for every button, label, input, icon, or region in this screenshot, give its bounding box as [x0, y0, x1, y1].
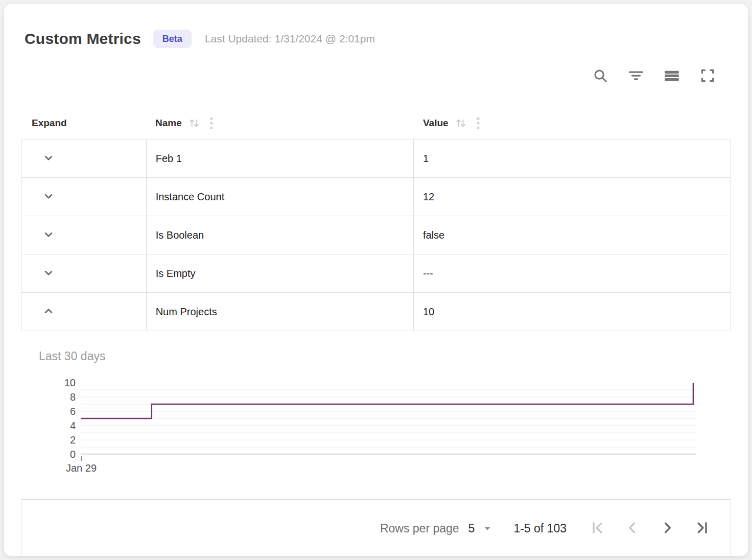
column-menu-icon[interactable]	[207, 116, 216, 130]
y-tick-label: 10	[45, 377, 76, 389]
expand-cell	[22, 293, 147, 331]
fullscreen-icon	[700, 68, 715, 83]
detail-panel: Last 30 days 0246810 Jan 29	[21, 331, 731, 499]
expand-toggle-button[interactable]	[37, 224, 60, 246]
expand-toggle-button[interactable]	[37, 185, 60, 208]
previous-page-button[interactable]	[624, 520, 641, 537]
rows-per-page-value: 5	[468, 522, 475, 535]
chevron-down-icon	[42, 228, 55, 243]
sort-icon[interactable]	[455, 117, 467, 129]
pagination-range: 1-5 of 103	[513, 522, 567, 535]
column-menu-icon[interactable]	[474, 116, 482, 130]
chevron-down-icon	[42, 266, 55, 281]
metric-value-cell: ---	[414, 254, 730, 292]
y-tick-label: 0	[45, 448, 76, 460]
sort-icon[interactable]	[188, 117, 200, 129]
column-label: Expand	[32, 118, 67, 129]
beta-badge: Beta	[153, 30, 192, 48]
rows-per-page-label: Rows per page	[380, 522, 459, 535]
chevron-left-icon	[624, 520, 641, 538]
next-page-button[interactable]	[659, 520, 676, 537]
page-title: Custom Metrics	[25, 30, 141, 48]
expand-toggle-button[interactable]	[37, 300, 60, 323]
column-header-value[interactable]: Value	[414, 116, 731, 130]
table-body: Feb 1 1 Instance Count 12	[21, 139, 731, 331]
metric-value-cell: false	[414, 216, 730, 254]
page-header: Custom Metrics Beta Last Updated: 1/31/2…	[25, 27, 731, 51]
table-footer: Rows per page 5 1-5 of 103	[21, 499, 731, 556]
metric-history-chart: 0246810 Jan 29	[21, 383, 731, 485]
fullscreen-button[interactable]	[699, 67, 716, 84]
table-row: Instance Count 12	[22, 178, 730, 216]
last-updated-text: Last Updated: 1/31/2024 @ 2:01pm	[205, 33, 375, 45]
metrics-table: Expand Name Value	[21, 107, 731, 556]
first-page-button[interactable]	[589, 520, 606, 537]
metric-value-cell: 1	[414, 139, 730, 177]
caret-down-icon	[483, 524, 492, 533]
filter-button[interactable]	[627, 67, 645, 84]
chevron-down-icon	[42, 151, 55, 166]
expand-cell	[22, 178, 147, 216]
table-row: Is Boolean false	[22, 216, 730, 254]
first-page-icon	[590, 520, 606, 538]
y-tick-label: 8	[45, 391, 76, 403]
y-tick-label: 2	[45, 434, 76, 446]
metric-name-cell: Feb 1	[147, 139, 414, 177]
column-label: Name	[155, 118, 182, 129]
expand-cell	[22, 254, 147, 292]
chevron-up-icon	[42, 305, 55, 319]
column-header-expand: Expand	[21, 118, 146, 129]
chart-y-axis-labels: 0246810	[21, 383, 78, 454]
metric-value-cell: 10	[414, 293, 730, 331]
column-header-name[interactable]: Name	[146, 116, 414, 130]
rows-per-page-select[interactable]: 5	[468, 522, 492, 535]
density-icon	[664, 68, 679, 83]
search-icon	[593, 68, 608, 83]
filter-icon	[628, 68, 644, 83]
density-button[interactable]	[663, 67, 680, 84]
metric-name-cell: Is Boolean	[147, 216, 414, 254]
expand-toggle-button[interactable]	[37, 262, 60, 285]
chart-title: Last 30 days	[39, 349, 731, 363]
expand-toggle-button[interactable]	[37, 147, 60, 170]
chevron-down-icon	[42, 190, 55, 204]
chart-x-axis-label: Jan 29	[62, 462, 100, 474]
last-page-button[interactable]	[693, 520, 711, 537]
table-row: Feb 1 1	[22, 139, 730, 178]
y-tick-label: 4	[45, 419, 76, 432]
custom-metrics-card: Custom Metrics Beta Last Updated: 1/31/2…	[4, 4, 748, 556]
expand-cell	[22, 139, 147, 177]
metric-value-cell: 12	[414, 178, 730, 216]
metric-name-cell: Instance Count	[147, 178, 414, 216]
expand-cell	[22, 216, 147, 254]
table-header-row: Expand Name Value	[21, 107, 731, 139]
chevron-right-icon	[659, 520, 675, 538]
y-tick-label: 6	[45, 405, 76, 417]
table-row: Is Empty ---	[22, 254, 730, 293]
metric-name-cell: Num Projects	[147, 293, 414, 331]
column-label: Value	[423, 118, 449, 129]
metric-name-cell: Is Empty	[147, 254, 414, 292]
table-row: Num Projects 10	[22, 293, 730, 331]
pagination-controls	[589, 520, 711, 537]
last-page-icon	[694, 520, 710, 538]
search-button[interactable]	[592, 67, 609, 84]
table-toolbar	[21, 65, 716, 86]
